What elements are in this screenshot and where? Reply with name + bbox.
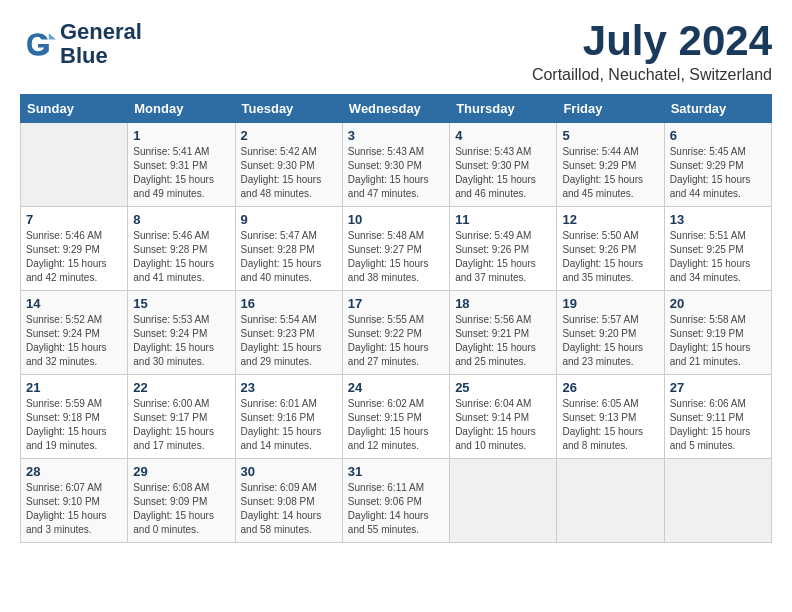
- day-info: Sunrise: 6:07 AM Sunset: 9:10 PM Dayligh…: [26, 481, 122, 537]
- day-info: Sunrise: 5:56 AM Sunset: 9:21 PM Dayligh…: [455, 313, 551, 369]
- header-thursday: Thursday: [450, 95, 557, 123]
- day-number: 1: [133, 128, 229, 143]
- day-info: Sunrise: 6:00 AM Sunset: 9:17 PM Dayligh…: [133, 397, 229, 453]
- day-info: Sunrise: 5:53 AM Sunset: 9:24 PM Dayligh…: [133, 313, 229, 369]
- day-number: 28: [26, 464, 122, 479]
- calendar-cell: 17Sunrise: 5:55 AM Sunset: 9:22 PM Dayli…: [342, 291, 449, 375]
- day-info: Sunrise: 5:43 AM Sunset: 9:30 PM Dayligh…: [455, 145, 551, 201]
- day-number: 25: [455, 380, 551, 395]
- calendar-cell: 29Sunrise: 6:08 AM Sunset: 9:09 PM Dayli…: [128, 459, 235, 543]
- calendar-cell: 26Sunrise: 6:05 AM Sunset: 9:13 PM Dayli…: [557, 375, 664, 459]
- day-info: Sunrise: 5:51 AM Sunset: 9:25 PM Dayligh…: [670, 229, 766, 285]
- calendar-cell: 19Sunrise: 5:57 AM Sunset: 9:20 PM Dayli…: [557, 291, 664, 375]
- day-info: Sunrise: 6:04 AM Sunset: 9:14 PM Dayligh…: [455, 397, 551, 453]
- day-info: Sunrise: 5:57 AM Sunset: 9:20 PM Dayligh…: [562, 313, 658, 369]
- day-info: Sunrise: 6:02 AM Sunset: 9:15 PM Dayligh…: [348, 397, 444, 453]
- day-info: Sunrise: 6:08 AM Sunset: 9:09 PM Dayligh…: [133, 481, 229, 537]
- day-number: 11: [455, 212, 551, 227]
- week-row-5: 28Sunrise: 6:07 AM Sunset: 9:10 PM Dayli…: [21, 459, 772, 543]
- calendar-cell: 8Sunrise: 5:46 AM Sunset: 9:28 PM Daylig…: [128, 207, 235, 291]
- calendar-cell: 2Sunrise: 5:42 AM Sunset: 9:30 PM Daylig…: [235, 123, 342, 207]
- calendar-cell: 12Sunrise: 5:50 AM Sunset: 9:26 PM Dayli…: [557, 207, 664, 291]
- day-info: Sunrise: 6:11 AM Sunset: 9:06 PM Dayligh…: [348, 481, 444, 537]
- day-info: Sunrise: 5:55 AM Sunset: 9:22 PM Dayligh…: [348, 313, 444, 369]
- calendar-cell: 22Sunrise: 6:00 AM Sunset: 9:17 PM Dayli…: [128, 375, 235, 459]
- calendar-cell: [664, 459, 771, 543]
- day-info: Sunrise: 5:58 AM Sunset: 9:19 PM Dayligh…: [670, 313, 766, 369]
- day-number: 14: [26, 296, 122, 311]
- day-number: 12: [562, 212, 658, 227]
- day-number: 8: [133, 212, 229, 227]
- title-block: July 2024 Cortaillod, Neuchatel, Switzer…: [532, 20, 772, 84]
- day-number: 24: [348, 380, 444, 395]
- header-wednesday: Wednesday: [342, 95, 449, 123]
- header-friday: Friday: [557, 95, 664, 123]
- location: Cortaillod, Neuchatel, Switzerland: [532, 66, 772, 84]
- calendar-cell: 27Sunrise: 6:06 AM Sunset: 9:11 PM Dayli…: [664, 375, 771, 459]
- day-info: Sunrise: 5:47 AM Sunset: 9:28 PM Dayligh…: [241, 229, 337, 285]
- logo-blue: Blue: [60, 43, 108, 68]
- calendar-cell: 28Sunrise: 6:07 AM Sunset: 9:10 PM Dayli…: [21, 459, 128, 543]
- day-number: 30: [241, 464, 337, 479]
- calendar-cell: 9Sunrise: 5:47 AM Sunset: 9:28 PM Daylig…: [235, 207, 342, 291]
- day-number: 20: [670, 296, 766, 311]
- calendar-cell: 25Sunrise: 6:04 AM Sunset: 9:14 PM Dayli…: [450, 375, 557, 459]
- day-number: 4: [455, 128, 551, 143]
- day-number: 17: [348, 296, 444, 311]
- calendar-cell: 6Sunrise: 5:45 AM Sunset: 9:29 PM Daylig…: [664, 123, 771, 207]
- calendar-cell: [21, 123, 128, 207]
- calendar-cell: 23Sunrise: 6:01 AM Sunset: 9:16 PM Dayli…: [235, 375, 342, 459]
- week-row-3: 14Sunrise: 5:52 AM Sunset: 9:24 PM Dayli…: [21, 291, 772, 375]
- day-info: Sunrise: 5:46 AM Sunset: 9:28 PM Dayligh…: [133, 229, 229, 285]
- calendar-cell: 11Sunrise: 5:49 AM Sunset: 9:26 PM Dayli…: [450, 207, 557, 291]
- header-sunday: Sunday: [21, 95, 128, 123]
- calendar-cell: 24Sunrise: 6:02 AM Sunset: 9:15 PM Dayli…: [342, 375, 449, 459]
- day-number: 22: [133, 380, 229, 395]
- logo: General Blue: [20, 20, 142, 68]
- day-info: Sunrise: 6:06 AM Sunset: 9:11 PM Dayligh…: [670, 397, 766, 453]
- day-info: Sunrise: 6:01 AM Sunset: 9:16 PM Dayligh…: [241, 397, 337, 453]
- day-info: Sunrise: 6:09 AM Sunset: 9:08 PM Dayligh…: [241, 481, 337, 537]
- header-monday: Monday: [128, 95, 235, 123]
- day-info: Sunrise: 5:41 AM Sunset: 9:31 PM Dayligh…: [133, 145, 229, 201]
- day-number: 13: [670, 212, 766, 227]
- logo-icon: [20, 26, 56, 62]
- calendar-header: SundayMondayTuesdayWednesdayThursdayFrid…: [21, 95, 772, 123]
- calendar-cell: 4Sunrise: 5:43 AM Sunset: 9:30 PM Daylig…: [450, 123, 557, 207]
- calendar-cell: 1Sunrise: 5:41 AM Sunset: 9:31 PM Daylig…: [128, 123, 235, 207]
- header-tuesday: Tuesday: [235, 95, 342, 123]
- day-number: 10: [348, 212, 444, 227]
- day-number: 23: [241, 380, 337, 395]
- day-number: 19: [562, 296, 658, 311]
- calendar-cell: 14Sunrise: 5:52 AM Sunset: 9:24 PM Dayli…: [21, 291, 128, 375]
- week-row-1: 1Sunrise: 5:41 AM Sunset: 9:31 PM Daylig…: [21, 123, 772, 207]
- day-number: 9: [241, 212, 337, 227]
- day-number: 6: [670, 128, 766, 143]
- day-number: 27: [670, 380, 766, 395]
- calendar-cell: 16Sunrise: 5:54 AM Sunset: 9:23 PM Dayli…: [235, 291, 342, 375]
- calendar-cell: 7Sunrise: 5:46 AM Sunset: 9:29 PM Daylig…: [21, 207, 128, 291]
- day-info: Sunrise: 6:05 AM Sunset: 9:13 PM Dayligh…: [562, 397, 658, 453]
- calendar-cell: 20Sunrise: 5:58 AM Sunset: 9:19 PM Dayli…: [664, 291, 771, 375]
- calendar-cell: 15Sunrise: 5:53 AM Sunset: 9:24 PM Dayli…: [128, 291, 235, 375]
- calendar-cell: [450, 459, 557, 543]
- day-info: Sunrise: 5:50 AM Sunset: 9:26 PM Dayligh…: [562, 229, 658, 285]
- calendar-cell: [557, 459, 664, 543]
- day-number: 7: [26, 212, 122, 227]
- calendar-cell: 31Sunrise: 6:11 AM Sunset: 9:06 PM Dayli…: [342, 459, 449, 543]
- calendar-cell: 18Sunrise: 5:56 AM Sunset: 9:21 PM Dayli…: [450, 291, 557, 375]
- header-row: SundayMondayTuesdayWednesdayThursdayFrid…: [21, 95, 772, 123]
- calendar-table: SundayMondayTuesdayWednesdayThursdayFrid…: [20, 94, 772, 543]
- day-number: 2: [241, 128, 337, 143]
- calendar-cell: 3Sunrise: 5:43 AM Sunset: 9:30 PM Daylig…: [342, 123, 449, 207]
- week-row-4: 21Sunrise: 5:59 AM Sunset: 9:18 PM Dayli…: [21, 375, 772, 459]
- calendar-cell: 10Sunrise: 5:48 AM Sunset: 9:27 PM Dayli…: [342, 207, 449, 291]
- logo-general: General: [60, 19, 142, 44]
- day-number: 5: [562, 128, 658, 143]
- calendar-cell: 13Sunrise: 5:51 AM Sunset: 9:25 PM Dayli…: [664, 207, 771, 291]
- day-info: Sunrise: 5:49 AM Sunset: 9:26 PM Dayligh…: [455, 229, 551, 285]
- page-header: General Blue July 2024 Cortaillod, Neuch…: [20, 20, 772, 84]
- day-number: 15: [133, 296, 229, 311]
- calendar-body: 1Sunrise: 5:41 AM Sunset: 9:31 PM Daylig…: [21, 123, 772, 543]
- day-number: 18: [455, 296, 551, 311]
